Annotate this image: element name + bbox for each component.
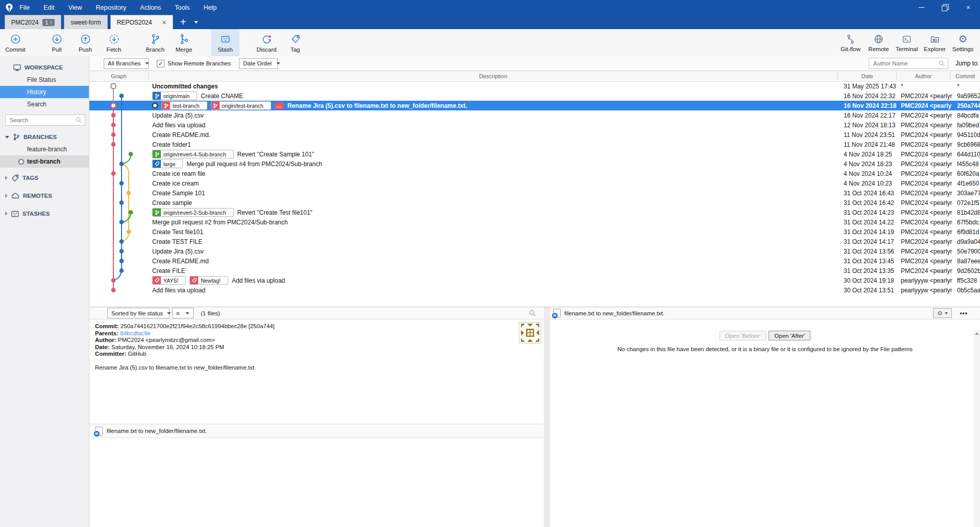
commit-row[interactable]: Create README.md.11 Nov 2024 23:51PMC202…	[89, 130, 980, 140]
remotes-section-header[interactable]: REMOTES	[0, 190, 89, 202]
commit-row[interactable]: Create FILE31 Oct 2024 13:35PMC2024 <pea…	[89, 266, 980, 276]
diff-options-button[interactable]: ⚙	[933, 308, 952, 318]
commit-date-cell: 4 Nov 2024 10:24	[844, 169, 901, 178]
stash-button[interactable]: Stash	[211, 29, 240, 56]
branches-section-header[interactable]: BRANCHES	[0, 131, 89, 143]
tag-button[interactable]: Tag	[281, 29, 309, 56]
remote-button[interactable]: Remote	[865, 29, 893, 56]
column-header-commit[interactable]: Commit	[950, 71, 980, 81]
sidebar-search-input[interactable]	[6, 117, 76, 123]
fetch-button[interactable]: Fetch	[100, 29, 128, 56]
commit-row[interactable]: Create README.md31 Oct 2024 13:45PMC2024…	[89, 256, 980, 266]
tab-pmc2024[interactable]: PMC20241 ↑	[5, 15, 61, 29]
open-before-button[interactable]: Open 'Before'	[720, 331, 767, 340]
commit-row[interactable]: Create ice cream4 Nov 2024 10:23PMC2024 …	[89, 178, 980, 188]
menu-actions[interactable]: Actions	[140, 4, 161, 11]
commit-row[interactable]: Uncommitted changes31 May 2025 17:43**	[89, 81, 980, 91]
new-tab-button[interactable]: +	[180, 17, 186, 27]
tag-label-yays-[interactable]: YAYS!	[152, 276, 186, 285]
explorer-button[interactable]: Explorer	[921, 29, 949, 56]
commit-row[interactable]: test-branchorigin/test-branch…Rename Jir…	[89, 101, 980, 110]
commit-button[interactable]: Commit	[1, 29, 30, 56]
menu-view[interactable]: View	[68, 4, 82, 11]
tag-label-large[interactable]: large	[152, 159, 183, 168]
commit-row[interactable]: origin/revert-4-Sub-branchRevert "Create…	[89, 149, 980, 159]
tab-repos2024[interactable]: REPOS2024×	[110, 15, 173, 29]
sidebar-branch-feature-branch[interactable]: feature-branch	[0, 143, 89, 155]
commit-author-cell: PMC2024 <pearlyr	[901, 246, 953, 256]
commit-hash-cell: 945110d	[957, 130, 980, 140]
tags-section-header[interactable]: TAGS	[0, 172, 89, 184]
parents-label: Parents:	[95, 330, 118, 336]
close-button[interactable]: ×	[957, 0, 980, 15]
parent-hash-link[interactable]: 84bcdfac9e	[120, 330, 150, 336]
view-mode-select[interactable]: ≡	[172, 308, 194, 318]
tab-sweet-form[interactable]: sweet-form	[64, 15, 107, 29]
sidebar-item-history[interactable]: History	[0, 86, 89, 98]
file-sort-select[interactable]: Sorted by file status	[107, 308, 170, 318]
column-header-date[interactable]: Date	[838, 71, 896, 81]
branch-label-origin-main[interactable]: origin/main	[152, 91, 197, 100]
minimize-icon	[919, 7, 924, 8]
commit-row[interactable]: origin/revert-2-Sub-branchRevert "Create…	[89, 208, 980, 217]
git-flow-button[interactable]: Git-flow	[836, 29, 865, 56]
terminal-button[interactable]: Terminal	[893, 29, 921, 56]
menu-repository[interactable]: Repository	[96, 4, 127, 11]
branch-label-origin-revert-2-sub-branch[interactable]: origin/revert-2-Sub-branch	[152, 208, 234, 217]
tab-close-icon[interactable]: ×	[162, 19, 166, 26]
commit-row[interactable]: Create ice ream file4 Nov 2024 10:24PMC2…	[89, 169, 980, 178]
stashes-section-header[interactable]: STASHES	[0, 208, 89, 220]
settings-button[interactable]: ⚙Settings	[949, 29, 977, 56]
commit-row[interactable]: Merge pull request #2 from PMC2024/Sub-b…	[89, 217, 980, 227]
commit-row[interactable]: Update Jira (5).csv31 Oct 2024 13:56PMC2…	[89, 246, 980, 256]
search-icon[interactable]	[529, 310, 536, 316]
changed-file-row[interactable]: filename.txt to new_folder/filename.txt.	[89, 424, 544, 438]
commit-row[interactable]: Update Jira (5).csv16 Nov 2024 22:17PMC2…	[89, 110, 980, 120]
more-options-button[interactable]: •••	[960, 308, 968, 318]
commit-row[interactable]: origin/mainCreate CNAME16 Nov 2024 22:32…	[89, 91, 980, 101]
author-search-input[interactable]	[869, 60, 939, 66]
discard-button[interactable]: Discard	[252, 29, 281, 56]
restore-button[interactable]	[933, 0, 957, 15]
menu-edit[interactable]: Edit	[43, 4, 55, 11]
pull-button[interactable]: Pull	[42, 29, 71, 56]
commit-row[interactable]: Create folder111 Nov 2024 21:48PMC2024 <…	[89, 140, 980, 149]
show-remote-checkbox[interactable]: ✓	[157, 60, 164, 67]
column-header-graph[interactable]: Graph	[89, 71, 148, 81]
commit-row[interactable]: Create sample31 Oct 2024 16:42PMC2024 <p…	[89, 198, 980, 208]
branch-label-origin-test-branch[interactable]: origin/test-branch	[211, 101, 271, 110]
tag-label-newtag-[interactable]: Newtag!	[189, 276, 228, 285]
commit-row[interactable]: Create Sample 10131 Oct 2024 16:43PMC202…	[89, 188, 980, 198]
commit-row[interactable]: Add files via upload30 Oct 2024 13:51pea…	[89, 285, 980, 295]
order-select[interactable]: Date Order	[239, 58, 278, 69]
branch-button[interactable]: Branch	[141, 29, 170, 56]
tab-list-dropdown-icon[interactable]	[194, 21, 198, 24]
push-button[interactable]: Push	[71, 29, 100, 56]
branch-label-origin-revert-4-sub-branch[interactable]: origin/revert-4-Sub-branch	[152, 150, 234, 158]
menu-file[interactable]: File	[19, 4, 30, 11]
commit-date-cell: 31 Oct 2024 14:17	[844, 237, 901, 246]
commit-row[interactable]: Add files via upload12 Nov 2024 18:13PMC…	[89, 120, 980, 130]
merge-button[interactable]: Merge	[170, 29, 198, 56]
minimize-button[interactable]	[910, 0, 933, 15]
open-after-button[interactable]: Open 'After'	[769, 331, 810, 340]
ref-overflow-label[interactable]: …	[275, 102, 284, 109]
sidebar-search[interactable]	[5, 114, 85, 126]
panel-splitter[interactable]	[544, 307, 550, 527]
commit-row[interactable]: Create TEST FILE31 Oct 2024 14:17PMC2024…	[89, 237, 980, 246]
branch-label-test-branch[interactable]: test-branch	[161, 101, 207, 110]
menu-help[interactable]: Help	[204, 4, 217, 11]
diff-scrollbar[interactable]	[973, 331, 980, 527]
author-search[interactable]	[869, 58, 948, 69]
commit-row[interactable]: largeMerge pull request #4 from PMC2024/…	[89, 159, 980, 169]
column-header-author[interactable]: Author	[897, 71, 950, 81]
sidebar-item-search[interactable]: Search	[0, 98, 89, 110]
order-value: Date Order	[243, 60, 272, 66]
column-header-description[interactable]: Description	[149, 71, 838, 81]
menu-tools[interactable]: Tools	[175, 4, 189, 11]
sidebar-item-file-status[interactable]: File Status	[0, 74, 89, 86]
branch-filter-select[interactable]: All Branches	[104, 58, 149, 69]
sidebar-branch-test-branch[interactable]: test-branch	[0, 155, 89, 168]
commit-row[interactable]: Create Test file10131 Oct 2024 14:19PMC2…	[89, 227, 980, 237]
commit-row[interactable]: YAYS!Newtag!Add files via upload30 Oct 2…	[89, 276, 980, 285]
